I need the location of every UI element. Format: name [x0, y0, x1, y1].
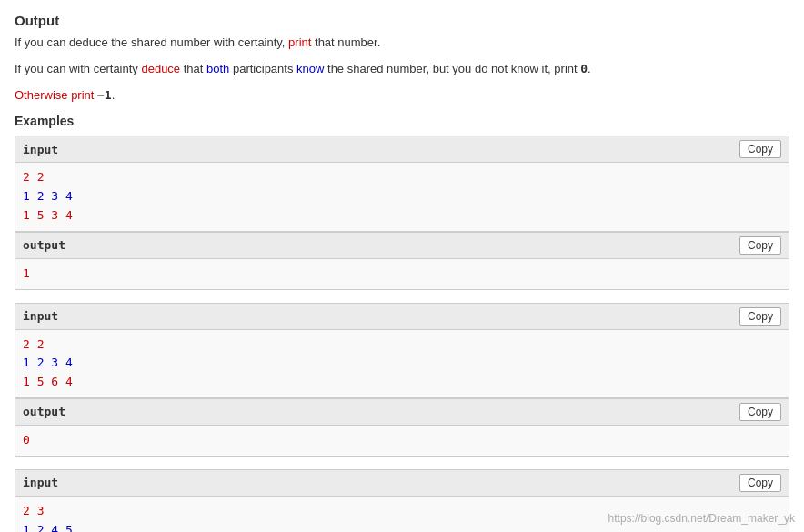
example-2: inputCopy2 21 2 3 41 5 6 4outputCopy0	[15, 303, 789, 457]
output-header-1: outputCopy	[15, 233, 789, 259]
page-title: Output	[15, 13, 789, 28]
description-1: If you can deduce the shared number with…	[15, 34, 789, 53]
output-label-1: output	[23, 238, 65, 252]
output-copy-button-2[interactable]: Copy	[739, 403, 781, 421]
input-box-2: inputCopy2 21 2 3 41 5 6 4	[15, 303, 789, 398]
output-header-2: outputCopy	[15, 399, 789, 426]
description-3: Otherwise print −1.	[15, 86, 789, 105]
input-header-3: inputCopy	[15, 470, 789, 497]
input-label-3: input	[23, 476, 58, 489]
output-box-1: outputCopy1	[15, 232, 789, 290]
code-value: −1	[97, 88, 112, 102]
output-line-1-0: 1	[23, 265, 781, 284]
input-line-2-1: 1 2 3 4	[23, 354, 781, 373]
highlight-blue: know	[296, 62, 324, 75]
highlight-red: deduce	[141, 62, 180, 75]
input-header-2: inputCopy	[15, 304, 789, 330]
highlight-red: Otherwise print	[15, 88, 97, 102]
input-line-1-0: 2 2	[23, 168, 781, 187]
output-line-2-0: 0	[23, 431, 781, 450]
input-line-2-0: 2 2	[23, 336, 781, 355]
input-line-1-2: 1 5 3 4	[23, 206, 781, 226]
examples-title: Examples	[15, 114, 789, 128]
input-copy-button-3[interactable]: Copy	[739, 474, 781, 492]
input-label-2: input	[23, 309, 58, 323]
output-box-2: outputCopy0	[15, 398, 789, 457]
input-copy-button-2[interactable]: Copy	[739, 307, 781, 326]
input-content-1: 2 21 2 3 41 5 3 4	[15, 163, 789, 230]
output-content-2: 0	[15, 426, 789, 456]
output-label-2: output	[23, 405, 65, 418]
code-value: 0	[580, 62, 588, 75]
input-line-1-1: 1 2 3 4	[23, 187, 781, 206]
highlight-red: print	[288, 35, 311, 49]
input-box-1: inputCopy2 21 2 3 41 5 3 4	[15, 136, 789, 231]
input-header-1: inputCopy	[15, 136, 789, 163]
input-content-2: 2 21 2 3 41 5 6 4	[15, 330, 789, 397]
output-copy-button-1[interactable]: Copy	[739, 236, 781, 255]
watermark: https://blog.csdn.net/Dream_maker_yk	[608, 512, 795, 525]
input-label-1: input	[23, 143, 58, 156]
output-content-1: 1	[15, 259, 789, 289]
input-copy-button-1[interactable]: Copy	[739, 140, 781, 158]
input-line-2-2: 1 5 6 4	[23, 373, 781, 392]
highlight-blue: both	[206, 62, 229, 75]
example-1: inputCopy2 21 2 3 41 5 3 4outputCopy1	[15, 136, 789, 289]
description-2: If you can with certainty deduce that bo…	[15, 60, 789, 79]
